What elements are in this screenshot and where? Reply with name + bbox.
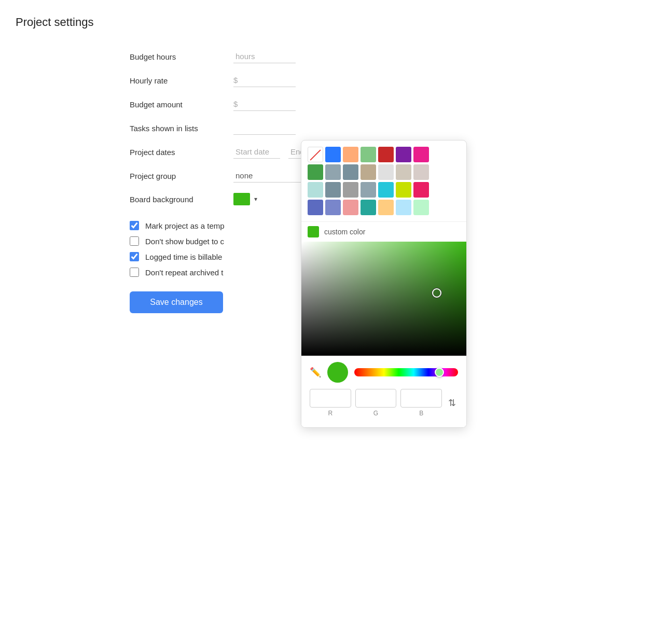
checkbox-label-mark_template: Mark project as a temp <box>145 221 225 230</box>
swatch-lightblue[interactable] <box>396 200 411 215</box>
swatches-row-2 <box>308 164 460 180</box>
hourly-rate-prefix: $ <box>233 76 238 85</box>
hourly-rate-label: Hourly rate <box>130 76 233 85</box>
swatch-pink[interactable] <box>413 147 429 162</box>
page-title: Project settings <box>16 16 649 29</box>
checkbox-label-logged_billable: Logged time is billable <box>145 253 222 261</box>
swatch-lime[interactable] <box>396 182 411 198</box>
swatch-cyan[interactable] <box>378 182 394 198</box>
swatch-green[interactable] <box>308 164 323 180</box>
swatch-purple[interactable] <box>396 147 411 162</box>
swatch-brownlight[interactable] <box>413 164 429 180</box>
tasks-shown-input[interactable]: 20 <box>233 121 296 135</box>
color-picker-popup: custom color ✏️ 77 R 180 G 39 B <box>301 140 467 329</box>
checkbox-label-no_repeat: Don't repeat archived t <box>145 268 223 277</box>
swatch-sage[interactable] <box>361 147 376 162</box>
swatch-bluegray2[interactable] <box>361 182 376 198</box>
swatch-amber[interactable] <box>378 200 394 215</box>
swatch-darkred[interactable] <box>378 147 394 162</box>
swatch-teal-light[interactable] <box>308 182 323 198</box>
swatch-warmgray[interactable] <box>396 164 411 180</box>
swatch-slate[interactable] <box>325 182 341 198</box>
swatch-indigo[interactable] <box>308 200 323 215</box>
swatch-none[interactable] <box>308 147 323 162</box>
custom-color-label: custom color <box>324 228 365 236</box>
custom-color-swatch <box>308 226 319 237</box>
budget-amount-prefix: $ <box>233 100 238 108</box>
swatch-bluegray[interactable] <box>343 164 358 180</box>
swatch-teal[interactable] <box>361 200 376 215</box>
board-background-label: Board background <box>130 195 233 204</box>
swatches-row-3 <box>308 182 460 198</box>
checkbox-no_repeat[interactable] <box>130 268 139 277</box>
budget-amount-label: Budget amount <box>130 100 233 109</box>
color-dropdown-arrow[interactable]: ▾ <box>254 195 257 203</box>
gradient-bg <box>301 242 466 329</box>
start-date-input[interactable]: Start date <box>233 145 280 159</box>
hourly-rate-input[interactable] <box>239 74 290 87</box>
gradient-picker[interactable] <box>301 242 466 329</box>
swatch-lightgray[interactable] <box>378 164 394 180</box>
swatches-row-1 <box>308 147 460 162</box>
budget-hours-label: Budget hours <box>130 52 233 61</box>
swatch-tan[interactable] <box>361 164 376 180</box>
budget-hours-input[interactable] <box>233 50 296 63</box>
swatch-salmon[interactable] <box>343 200 358 215</box>
budget-amount-input[interactable] <box>239 97 290 110</box>
project-dates-label: Project dates <box>130 148 233 157</box>
board-background-swatch[interactable] <box>233 193 250 205</box>
custom-color-row[interactable]: custom color <box>301 221 466 242</box>
tasks-shown-label: Tasks shown in lists <box>130 124 233 133</box>
swatch-mintgreen[interactable] <box>413 200 429 215</box>
swatch-blue[interactable] <box>325 147 341 162</box>
save-button[interactable]: Save changes <box>130 291 223 313</box>
checkbox-hide_budget[interactable] <box>130 236 139 246</box>
project-group-label: Project group <box>130 172 233 180</box>
checkbox-mark_template[interactable] <box>130 221 139 230</box>
swatch-peach[interactable] <box>343 147 358 162</box>
checkbox-label-hide_budget: Don't show budget to c <box>145 237 224 246</box>
swatch-bluegray-light[interactable] <box>325 164 341 180</box>
color-swatches-grid <box>301 141 466 221</box>
swatches-row-4 <box>308 200 460 215</box>
swatch-periwinkle[interactable] <box>325 200 341 215</box>
swatch-rose[interactable] <box>413 182 429 198</box>
swatch-gray-mid[interactable] <box>343 182 358 198</box>
checkbox-logged_billable[interactable] <box>130 252 139 261</box>
